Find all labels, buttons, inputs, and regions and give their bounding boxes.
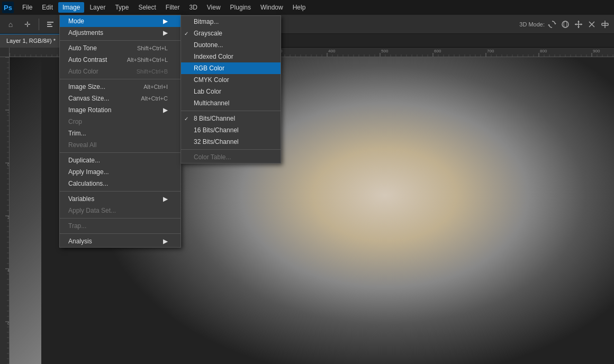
svg-point-26 xyxy=(562,21,568,28)
menu-mode-label: Mode xyxy=(68,17,84,25)
menu-image-size[interactable]: Image Size... Alt+Ctrl+I xyxy=(60,81,180,93)
mode-duotone[interactable]: Duotone... xyxy=(181,39,281,51)
img-sep-3 xyxy=(60,152,180,153)
svg-text:-200: -200 xyxy=(7,110,10,114)
svg-rect-0 xyxy=(47,22,53,23)
svg-text:800: 800 xyxy=(540,49,547,53)
menu-type[interactable]: Type xyxy=(111,2,133,13)
img-sep-6 xyxy=(60,233,180,234)
mode-grayscale-label: Grayscale xyxy=(194,30,222,37)
mode-indexed-color[interactable]: Indexed Color xyxy=(181,51,281,62)
ruler-corner xyxy=(0,48,10,57)
3d-mode-label: 3D Mode: xyxy=(519,21,545,28)
3d-rotate[interactable] xyxy=(546,19,558,30)
mode-color-table-label: Color Table... xyxy=(194,153,231,161)
image-size-label: Image Size... xyxy=(68,83,105,90)
menu-auto-tone[interactable]: Auto Tone Shift+Ctrl+L xyxy=(60,42,180,54)
menu-3d[interactable]: 3D xyxy=(185,2,201,13)
svg-marker-31 xyxy=(581,23,582,25)
svg-text:0: 0 xyxy=(7,163,10,167)
menu-analysis[interactable]: Analysis ▶ xyxy=(60,235,180,247)
menu-file[interactable]: File xyxy=(18,2,37,13)
menu-layer[interactable]: Layer xyxy=(85,2,110,13)
duplicate-label: Duplicate... xyxy=(68,157,100,164)
mode-sep-1 xyxy=(181,111,281,111)
mode-rgb-label: RGB Color xyxy=(194,65,224,72)
svg-text:200: 200 xyxy=(7,216,10,220)
mode-16bit-label: 16 Bits/Channel xyxy=(194,126,239,134)
menu-trap[interactable]: Trap... xyxy=(60,220,180,232)
mode-grayscale[interactable]: ✓ Grayscale xyxy=(181,28,281,39)
analysis-label: Analysis xyxy=(68,238,92,245)
menu-duplicate[interactable]: Duplicate... xyxy=(60,154,180,166)
home-button[interactable]: ⌂ xyxy=(3,17,18,32)
menu-adjustments[interactable]: Adjustments ▶ xyxy=(60,27,180,39)
mode-sep-2 xyxy=(181,149,281,150)
auto-color-shortcut: Shift+Ctrl+B xyxy=(137,68,168,75)
3d-slide[interactable] xyxy=(586,19,598,30)
variables-label: Variables xyxy=(68,195,94,203)
menu-reveal-all[interactable]: Reveal All xyxy=(60,139,180,151)
mode-lab-color[interactable]: Lab Color xyxy=(181,86,281,97)
mode-8bit[interactable]: ✓ 8 Bits/Channel xyxy=(181,113,281,124)
mode-bitmap[interactable]: Bitmap... xyxy=(181,16,281,28)
menu-canvas-size[interactable]: Canvas Size... Alt+Ctrl+C xyxy=(60,93,180,104)
trim-label: Trim... xyxy=(68,130,86,137)
3d-zoom[interactable] xyxy=(599,19,611,30)
mode-cmyk-label: CMYK Color xyxy=(194,76,229,84)
menu-mode[interactable]: Mode ▶ Bitmap... ✓ Grayscale Duotone... … xyxy=(60,15,180,27)
mode-cmyk-color[interactable]: CMYK Color xyxy=(181,74,281,86)
3d-pan[interactable] xyxy=(573,19,584,30)
img-sep-2 xyxy=(60,79,180,79)
image-rotation-label: Image Rotation xyxy=(68,106,111,114)
menu-view[interactable]: View xyxy=(203,2,225,13)
tab-label: Layer 1, RGB/8#) * xyxy=(6,38,56,44)
auto-tone-label: Auto Tone xyxy=(68,44,97,52)
canvas-size-shortcut: Alt+Ctrl+C xyxy=(141,95,168,102)
mode-rgb-color[interactable]: RGB Color xyxy=(181,62,281,74)
svg-point-27 xyxy=(564,21,567,28)
menu-variables[interactable]: Variables ▶ xyxy=(60,193,180,205)
auto-contrast-label: Auto Contrast xyxy=(68,56,107,63)
8bit-check-icon: ✓ xyxy=(184,116,188,122)
menu-apply-dataset[interactable]: Apply Data Set... xyxy=(60,205,180,216)
menu-filter[interactable]: Filter xyxy=(161,2,184,13)
mode-multichannel[interactable]: Multichannel xyxy=(181,97,281,109)
align-left[interactable] xyxy=(43,17,58,32)
img-sep-1 xyxy=(60,40,180,41)
svg-text:700: 700 xyxy=(487,49,494,53)
menu-plugins[interactable]: Plugins xyxy=(226,2,255,13)
mode-color-table[interactable]: Color Table... xyxy=(181,151,281,163)
menu-auto-color[interactable]: Auto Color Shift+Ctrl+B xyxy=(60,66,180,77)
trap-label: Trap... xyxy=(68,222,86,230)
menu-image[interactable]: Image xyxy=(58,2,84,13)
3d-orbit[interactable] xyxy=(559,19,571,30)
mode-multichannel-label: Multichannel xyxy=(194,99,229,107)
reveal-all-label: Reveal All xyxy=(68,141,96,149)
auto-tone-shortcut: Shift+Ctrl+L xyxy=(137,45,168,51)
image-menu-popup: Mode ▶ Bitmap... ✓ Grayscale Duotone... … xyxy=(59,15,181,248)
menu-edit[interactable]: Edit xyxy=(38,2,57,13)
toolbar-sep-1 xyxy=(39,19,39,30)
menu-calculations[interactable]: Calculations... xyxy=(60,178,180,189)
3d-controls: 3D Mode: xyxy=(519,19,611,30)
move-tool[interactable]: ✛ xyxy=(20,17,35,32)
menu-select[interactable]: Select xyxy=(134,2,160,13)
canvas-size-label: Canvas Size... xyxy=(68,95,109,102)
menu-window[interactable]: Window xyxy=(256,2,287,13)
menu-image-rotation[interactable]: Image Rotation ▶ xyxy=(60,104,180,116)
auto-contrast-shortcut: Alt+Shift+Ctrl+L xyxy=(127,57,168,63)
menu-trim[interactable]: Trim... xyxy=(60,128,180,139)
menu-help[interactable]: Help xyxy=(288,2,310,13)
mode-lab-label: Lab Color xyxy=(194,88,221,95)
menu-crop[interactable]: Crop xyxy=(60,116,180,128)
vertical-ruler: -2000200400600 xyxy=(0,57,10,364)
mode-16bit[interactable]: 16 Bits/Channel xyxy=(181,124,281,136)
adjustments-arrow-icon: ▶ xyxy=(163,29,168,37)
menu-apply-image[interactable]: Apply Image... xyxy=(60,166,180,178)
menu-auto-contrast[interactable]: Auto Contrast Alt+Shift+Ctrl+L xyxy=(60,54,180,66)
mode-32bit[interactable]: 32 Bits/Channel xyxy=(181,136,281,148)
svg-text:900: 900 xyxy=(593,49,600,53)
mode-32bit-label: 32 Bits/Channel xyxy=(194,138,239,145)
calculations-label: Calculations... xyxy=(68,180,108,187)
